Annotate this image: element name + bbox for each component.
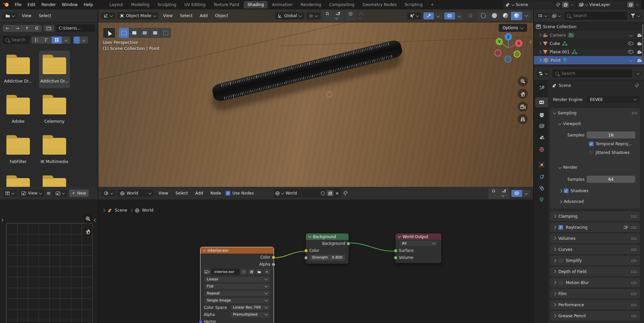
node-header[interactable]: interior.exr [200,247,274,254]
interpolation-dropdown[interactable]: Linear [204,276,270,283]
shading-rendered-button[interactable] [511,12,522,20]
tab-sculpting[interactable]: Sculpting [154,1,180,8]
tab-uv-editing[interactable]: UV Editing [181,1,209,8]
new-image-button[interactable]: + New [69,190,89,197]
tab-geometry-nodes[interactable]: Geometry Nodes [359,1,400,8]
world-datablock-selector[interactable]: World × [273,189,341,198]
section-performance[interactable]: Performance [550,300,640,310]
outliner-row-plane[interactable]: Plane.001 [534,48,644,56]
image-datablock-dropdown[interactable] [53,190,67,197]
create-folder-button[interactable] [44,25,54,32]
shading-wireframe-button[interactable] [478,12,489,20]
shading-material-button[interactable] [500,12,511,20]
show-overlays-button[interactable] [444,12,455,19]
forward-button[interactable]: → [12,25,22,32]
show-gizmo-button[interactable] [423,12,434,19]
folder-tile[interactable]: FabFilter [3,131,34,169]
hide-viewport-toggle-eye-icon[interactable] [628,42,633,45]
drag-grip-icon[interactable] [631,248,637,251]
chevron-right-icon[interactable] [102,209,105,212]
tab-physics[interactable] [535,171,548,181]
simplify-checkbox[interactable] [558,258,563,263]
tab-texture-paint[interactable]: Texture Paint [210,1,243,8]
expand-arrow-icon[interactable] [538,50,542,54]
properties-search-text[interactable] [561,71,630,76]
shader-menu-add[interactable]: Add [193,190,206,197]
pivot-point-dropdown[interactable] [306,12,320,19]
tab-rendering[interactable]: Rendering [297,1,325,8]
folder-tile-partial[interactable] [39,171,70,187]
image-name-field[interactable]: interior.exr [212,269,239,275]
display-thumbnails-button[interactable] [52,37,62,44]
navigation-gizmo[interactable]: Z Y X [489,32,529,69]
mode-dropdown[interactable]: Object Mode [117,12,158,19]
image-zoom-button[interactable] [83,214,93,224]
motion-blur-checkbox[interactable] [558,280,563,285]
source-dropdown[interactable]: Single Image [204,297,270,304]
shield-icon[interactable] [321,191,325,196]
outliner-scrollbar[interactable] [642,24,644,61]
pin-icon[interactable] [556,3,560,7]
select-mode-subtract[interactable] [140,28,150,38]
tab-scripting[interactable]: Scripting [401,1,426,8]
tab-constraints[interactable] [535,183,548,193]
strength-input-socket[interactable] [304,256,308,260]
color-input-socket[interactable] [304,249,308,253]
disable-render-toggle-camera-icon[interactable] [637,50,642,54]
select-mode-extend[interactable] [129,28,140,38]
refresh-button[interactable] [32,25,42,32]
blender-logo-icon[interactable] [3,2,9,7]
drag-grip-icon[interactable] [631,226,637,229]
viewlayer-selector[interactable]: ViewLayer × [577,0,641,9]
drag-grip-icon[interactable] [631,292,637,295]
xray-toggle-button[interactable] [465,12,476,19]
outliner-filter-dropdown[interactable] [629,13,641,19]
menu-help[interactable]: Help [81,1,95,8]
node-canvas[interactable]: Scene World interior.exr Color [98,200,533,323]
menu-render[interactable]: Render [39,1,58,8]
display-horizontal-list-button[interactable] [42,37,52,44]
parent-dir-button[interactable]: ↑ [22,25,32,32]
tab-layout[interactable]: Layout [106,1,127,8]
node-overlays-button[interactable] [511,190,522,197]
copy-image-button[interactable] [248,269,255,275]
collapsed-menus-button[interactable]: ≡ [46,190,51,196]
drag-grip-icon[interactable] [631,259,637,262]
disable-render-toggle-camera-icon[interactable] [637,58,642,62]
options-button[interactable]: Options [499,24,527,32]
outliner-row-camera[interactable]: Camera [534,31,644,39]
tab-world[interactable] [535,144,548,154]
shadows-subpanel-header[interactable]: ✓ Shadows [559,189,589,193]
editor-type-button[interactable] [3,190,17,197]
add-workspace-button[interactable]: + [427,1,438,8]
tab-object[interactable] [535,160,548,170]
proportional-edit-button[interactable] [346,10,356,21]
unlink-image-button[interactable]: × [264,269,270,275]
temporal-reprojection-checkbox[interactable]: ✓ [589,142,594,146]
use-nodes-checkbox[interactable]: ✓ [226,191,230,196]
output-target-dropdown[interactable]: All [399,240,438,247]
outliner-search-text[interactable] [572,13,625,18]
file-search-input[interactable] [3,36,30,44]
shader-menu-view[interactable]: View [156,190,171,197]
jittered-shadows-row[interactable]: Jittered Shadows [589,150,630,155]
panel-collapse-arrow[interactable] [94,218,97,222]
tab-output[interactable] [535,110,548,120]
pin-icon[interactable] [635,84,639,88]
chevron-down-icon[interactable] [308,234,312,238]
filter-settings-dropdown[interactable] [80,37,88,44]
projection-dropdown[interactable]: Flat [204,283,270,290]
hide-viewport-toggle-closed-eye-icon[interactable] [629,59,633,61]
camera-data-badge[interactable] [568,33,574,38]
node-overlays-dropdown[interactable] [522,190,531,197]
file-search-text[interactable] [11,37,27,43]
file-menu-view[interactable]: View [19,12,34,19]
select-mode-invert[interactable] [150,28,160,38]
vector-input-socket[interactable] [199,320,202,323]
surface-input-socket[interactable] [394,249,398,253]
chevron-down-icon[interactable] [398,234,401,238]
tab-animation[interactable]: Animation [268,1,296,8]
gizmo-settings-dropdown[interactable] [434,12,442,19]
transform-orientation-dropdown[interactable]: Global [275,12,304,19]
viewport-samples-value[interactable]: 16 [587,131,635,139]
